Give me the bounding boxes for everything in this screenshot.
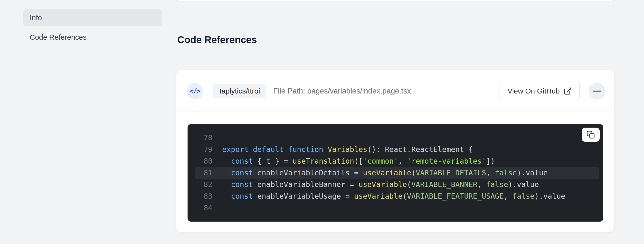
view-on-github-button[interactable]: View On GitHub	[500, 82, 580, 100]
sidebar-item-label: Code References	[30, 33, 86, 42]
sidebar-item-code-references[interactable]: Code References	[24, 29, 162, 46]
code-line-highlighted: 81 const enableVariableDetails = useVari…	[195, 167, 599, 179]
repo-tag: taplytics/ttroi	[213, 84, 266, 98]
page-title: Code References	[177, 34, 257, 45]
code-reference-card-header: </> taplytics/ttroi File Path: pages/var…	[176, 70, 614, 112]
code-text: const enableVariableUsage = useVariable(…	[222, 190, 565, 202]
code-text: const enableVariableDetails = useVariabl…	[222, 167, 548, 179]
code-text: export default function Variables(): Rea…	[222, 144, 473, 155]
copy-code-button[interactable]	[582, 128, 600, 142]
copy-icon	[586, 130, 595, 139]
code-reference-card: </> taplytics/ttroi File Path: pages/var…	[176, 70, 615, 232]
line-number: 80	[195, 155, 212, 167]
code-block: 7879export default function Variables():…	[188, 124, 603, 222]
divider	[176, 50, 615, 50]
code-line: 80 const { t } = useTranslation(['common…	[195, 155, 599, 167]
line-number: 82	[195, 179, 212, 190]
minus-icon	[593, 90, 601, 92]
previous-card-bottom-edge	[176, 0, 614, 2]
line-number: 81	[195, 167, 212, 179]
sidebar-item-info[interactable]: Info	[24, 9, 162, 26]
line-number: 79	[195, 144, 212, 155]
line-number: 84	[195, 202, 212, 214]
code-text: const enableVariableBanner = useVariable…	[222, 179, 539, 190]
external-link-icon	[564, 87, 572, 95]
page: Info Code References Code References </>…	[0, 0, 644, 244]
code-line: 82 const enableVariableBanner = useVaria…	[195, 179, 599, 190]
code-line: 84	[195, 202, 599, 214]
view-on-github-label: View On GitHub	[507, 87, 560, 95]
file-path-label: File Path: pages/variables/index.page.ts…	[273, 87, 411, 96]
line-number: 83	[195, 190, 212, 202]
code-slash-icon: </>	[187, 83, 203, 99]
collapse-button[interactable]	[588, 82, 606, 100]
line-number: 78	[195, 132, 212, 144]
code-line: 83 const enableVariableUsage = useVariab…	[195, 190, 599, 202]
code-text: const { t } = useTranslation(['common', …	[222, 155, 495, 167]
code-line: 79export default function Variables(): R…	[195, 144, 599, 155]
code-lines: 7879export default function Variables():…	[188, 132, 603, 214]
sidebar-item-label: Info	[30, 14, 42, 22]
code-line: 78	[195, 132, 599, 144]
